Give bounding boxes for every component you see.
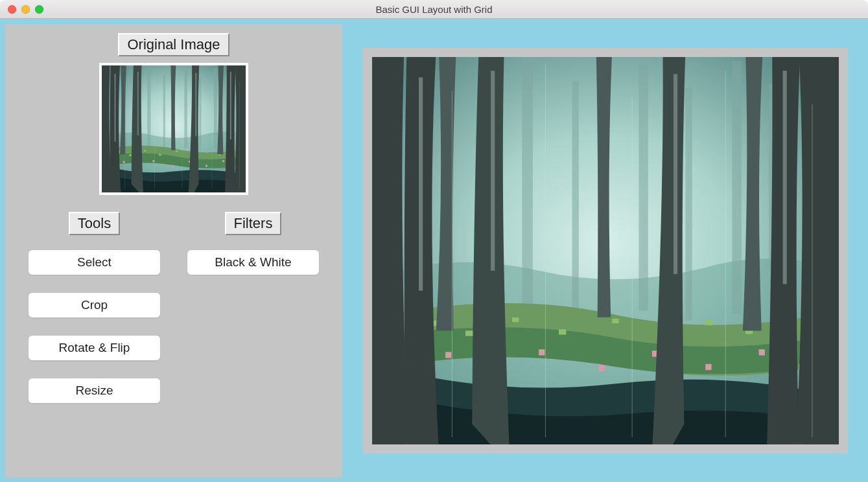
client-area: Original Image Tools Select Crop Rotate … xyxy=(0,19,868,482)
crop-button[interactable]: Crop xyxy=(28,292,161,318)
window-title: Basic GUI Layout with Grid xyxy=(0,4,868,15)
original-thumbnail xyxy=(99,63,248,195)
tools-column: Tools Select Crop Rotate & Flip Resize xyxy=(25,212,164,404)
original-image-label: Original Image xyxy=(118,33,229,56)
filters-label: Filters xyxy=(225,212,282,235)
left-panel: Original Image Tools Select Crop Rotate … xyxy=(5,24,342,477)
select-button[interactable]: Select xyxy=(28,249,161,275)
close-icon[interactable] xyxy=(8,5,16,14)
minimize-icon[interactable] xyxy=(21,5,30,14)
tools-label: Tools xyxy=(69,212,120,235)
rotate-flip-button[interactable]: Rotate & Flip xyxy=(28,335,161,361)
filters-column: Filters Black & White xyxy=(183,212,323,404)
black-white-button[interactable]: Black & White xyxy=(187,249,320,275)
resize-button[interactable]: Resize xyxy=(28,378,161,404)
window-titlebar: Basic GUI Layout with Grid xyxy=(0,0,868,19)
right-panel xyxy=(347,24,863,477)
zoom-icon[interactable] xyxy=(35,5,43,14)
main-preview xyxy=(363,48,848,453)
